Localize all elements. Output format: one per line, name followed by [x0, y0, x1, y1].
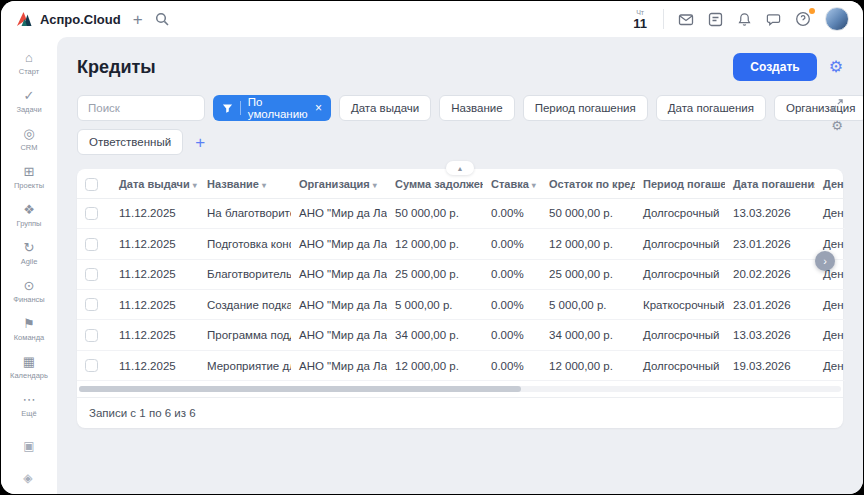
- period-cell: Долгосрочный: [635, 229, 725, 259]
- brand[interactable]: Аспро.Cloud: [15, 10, 121, 28]
- table-row[interactable]: 11.12.2025 Программа поддерж АНО "Мир да…: [77, 320, 845, 350]
- checkbox-cell: [77, 290, 111, 320]
- chat-icon[interactable]: [766, 12, 781, 27]
- column-header[interactable]: Название▾: [199, 169, 291, 198]
- sidebar-item-label: Группы: [17, 219, 42, 228]
- filter-chip-label: Организация: [786, 102, 855, 114]
- org-cell: АНО "Мир да Лад": [291, 259, 387, 289]
- checkbox-cell: [77, 259, 111, 289]
- quick-add-button[interactable]: +: [133, 11, 143, 28]
- row-checkbox[interactable]: [85, 359, 98, 372]
- notification-badge: [809, 8, 815, 14]
- active-filter-chip[interactable]: По умолчанию ×: [213, 95, 331, 121]
- row-checkbox[interactable]: [85, 329, 98, 342]
- filter-chip[interactable]: Организация: [774, 95, 863, 121]
- next-page-button[interactable]: ›: [815, 251, 835, 271]
- filter-chip[interactable]: Дата погашения: [656, 95, 766, 121]
- page-settings-gear-icon[interactable]: ⚙: [829, 59, 843, 75]
- money-cell: Ден: [815, 320, 845, 350]
- sidebar-extra-icon[interactable]: ▣: [23, 439, 34, 453]
- brand-logo-icon: [15, 10, 33, 28]
- row-checkbox[interactable]: [85, 298, 98, 311]
- row-checkbox[interactable]: [85, 268, 98, 281]
- checkbox-cell: [77, 229, 111, 259]
- collapse-tab[interactable]: ▲: [446, 161, 474, 175]
- org-cell: АНО "Мир да Лад": [291, 229, 387, 259]
- table-row[interactable]: 11.12.2025 Создание подкаста АНО "Мир да…: [77, 290, 845, 320]
- create-button[interactable]: Создать: [733, 53, 816, 81]
- row-checkbox[interactable]: [85, 238, 98, 251]
- balance-cell: 25 000,00 р.: [541, 259, 635, 289]
- table-body: 11.12.2025 На благотворительнь АНО "Мир …: [77, 198, 845, 381]
- table-row[interactable]: 11.12.2025 Подготовка конферен АНО "Мир …: [77, 229, 845, 259]
- sidebar-item[interactable]: ⊞ Проекты: [1, 159, 57, 197]
- name-cell: Программа поддерж: [199, 320, 291, 350]
- table-settings-gear-icon[interactable]: ⚙: [831, 119, 843, 132]
- column-header-label: Дата погашения: [733, 178, 815, 190]
- column-header[interactable]: Дата погашения▾: [725, 169, 815, 198]
- topbar-right: Чт 11: [633, 7, 849, 31]
- sidebar-item[interactable]: ✓ Задачи: [1, 83, 57, 121]
- column-header[interactable]: Ден: [815, 169, 845, 198]
- sidebar-item-icon: ⚑: [23, 317, 35, 331]
- due-date-cell: 23.01.2026: [725, 229, 815, 259]
- column-header-label: Название: [207, 178, 259, 190]
- column-header-label: Остаток по кредиту: [549, 178, 635, 190]
- sidebar-item-icon: ▦: [23, 355, 35, 369]
- money-cell: Ден: [815, 350, 845, 380]
- bell-icon[interactable]: [737, 12, 752, 27]
- sidebar-item[interactable]: ⚑ Команда: [1, 311, 57, 349]
- table-tools: ⚙: [831, 99, 843, 132]
- column-header[interactable]: Дата выдачи▾: [111, 169, 199, 198]
- filter-row-2: Ответственный +: [77, 129, 803, 155]
- filter-chip[interactable]: Период погашения: [523, 95, 648, 121]
- sidebar-item[interactable]: ❖ Группы: [1, 197, 57, 235]
- mail-icon[interactable]: [678, 12, 694, 27]
- filter-chip[interactable]: Название: [439, 95, 514, 121]
- records-count: Записи с 1 по 6 из 6: [77, 397, 843, 428]
- expand-icon[interactable]: [831, 99, 843, 111]
- column-header[interactable]: Остаток по кредиту: [541, 169, 635, 198]
- filter-chip[interactable]: Ответственный: [77, 129, 183, 155]
- table-row[interactable]: 11.12.2025 Мероприятие для соб АНО "Мир …: [77, 350, 845, 380]
- column-header[interactable]: Ставка▾: [483, 169, 541, 198]
- column-header[interactable]: Организация▾: [291, 169, 387, 198]
- remove-filter-icon[interactable]: ×: [315, 102, 322, 114]
- column-header[interactable]: Период погашения▾: [635, 169, 725, 198]
- debt-cell: 50 000,00 р.: [387, 198, 483, 228]
- money-cell: Ден: [815, 290, 845, 320]
- sort-caret-icon: ▾: [193, 181, 197, 190]
- add-filter-button[interactable]: +: [191, 134, 209, 151]
- name-cell: Мероприятие для соб: [199, 350, 291, 380]
- search-input[interactable]: [77, 95, 205, 121]
- name-cell: Создание подкаста: [199, 290, 291, 320]
- select-all-checkbox[interactable]: [85, 178, 98, 191]
- table-row[interactable]: 11.12.2025 На благотворительнь АНО "Мир …: [77, 198, 845, 228]
- date-display[interactable]: Чт 11: [633, 9, 647, 30]
- sidebar-item[interactable]: ⊙ Финансы: [1, 273, 57, 311]
- sidebar-item-icon: ◎: [23, 127, 34, 141]
- scrollbar-thumb[interactable]: [79, 386, 521, 392]
- sidebar-item-label: Старт: [19, 67, 39, 76]
- sidebar-item[interactable]: ⋯ Ещё: [1, 387, 57, 425]
- sidebar-item[interactable]: ▦ Календарь: [1, 349, 57, 387]
- search-button[interactable]: [155, 12, 169, 26]
- issue-date-cell: 11.12.2025: [111, 259, 199, 289]
- avatar[interactable]: [825, 7, 849, 31]
- sort-caret-icon: ▾: [373, 181, 377, 190]
- period-cell: Краткосрочный: [635, 290, 725, 320]
- help-icon[interactable]: [795, 11, 811, 27]
- due-date-cell: 13.03.2026: [725, 320, 815, 350]
- issue-date-cell: 11.12.2025: [111, 229, 199, 259]
- sidebar-item[interactable]: ↻ Agile: [1, 235, 57, 273]
- sidebar-item-label: Проекты: [14, 181, 44, 190]
- sidebar-item[interactable]: ⌂ Старт: [1, 45, 57, 83]
- notes-icon[interactable]: [708, 12, 723, 27]
- sidebar-item-label: Команда: [14, 333, 45, 342]
- sidebar-extra-icon[interactable]: ◈: [23, 471, 34, 485]
- table-row[interactable]: 11.12.2025 Благотворительный к АНО "Мир …: [77, 259, 845, 289]
- issue-date-cell: 11.12.2025: [111, 350, 199, 380]
- sidebar-item[interactable]: ◎ CRM: [1, 121, 57, 159]
- row-checkbox[interactable]: [85, 207, 98, 220]
- filter-chip[interactable]: Дата выдачи: [339, 95, 431, 121]
